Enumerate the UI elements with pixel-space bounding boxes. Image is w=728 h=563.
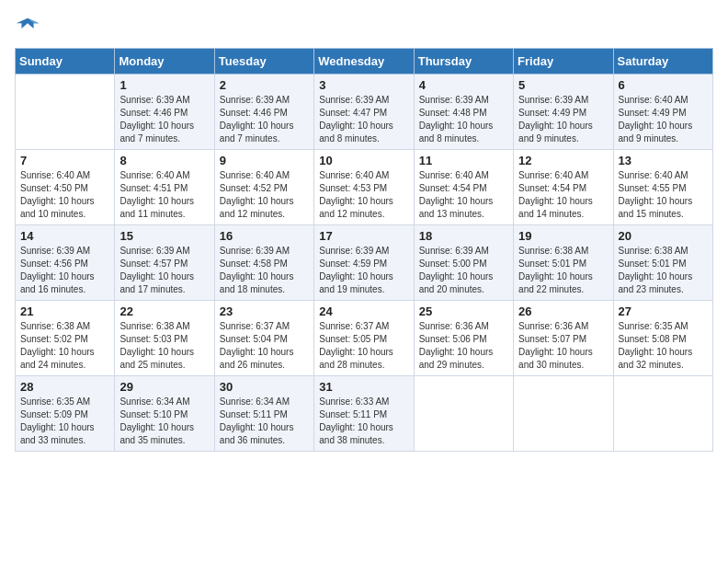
calendar-cell: 27Sunrise: 6:35 AMSunset: 5:08 PMDayligh… xyxy=(613,301,712,376)
day-number: 4 xyxy=(419,78,508,92)
calendar-cell: 29Sunrise: 6:34 AMSunset: 5:10 PMDayligh… xyxy=(115,376,214,452)
day-info: Sunrise: 6:39 AMSunset: 4:47 PMDaylight:… xyxy=(319,94,408,145)
day-info: Sunrise: 6:40 AMSunset: 4:49 PMDaylight:… xyxy=(619,94,708,145)
day-info: Sunrise: 6:40 AMSunset: 4:55 PMDaylight:… xyxy=(619,169,708,221)
day-number: 1 xyxy=(119,78,209,92)
day-number: 10 xyxy=(319,154,408,167)
day-number: 21 xyxy=(20,304,109,318)
calendar-cell: 13Sunrise: 6:40 AMSunset: 4:55 PMDayligh… xyxy=(613,150,712,225)
calendar-cell: 17Sunrise: 6:39 AMSunset: 4:59 PMDayligh… xyxy=(314,225,414,301)
calendar-cell: 30Sunrise: 6:34 AMSunset: 5:11 PMDayligh… xyxy=(214,376,313,452)
day-number: 3 xyxy=(319,78,408,92)
calendar-cell: 2Sunrise: 6:39 AMSunset: 4:46 PMDaylight… xyxy=(214,75,313,150)
logo xyxy=(15,15,42,40)
day-number: 13 xyxy=(619,154,708,167)
week-row-2: 7Sunrise: 6:40 AMSunset: 4:50 PMDaylight… xyxy=(16,150,713,225)
calendar-cell: 23Sunrise: 6:37 AMSunset: 5:04 PMDayligh… xyxy=(214,301,313,376)
day-info: Sunrise: 6:39 AMSunset: 5:00 PMDaylight:… xyxy=(419,245,508,296)
calendar-cell xyxy=(613,376,712,452)
weekday-header-monday: Monday xyxy=(115,49,214,75)
calendar-cell: 11Sunrise: 6:40 AMSunset: 4:54 PMDayligh… xyxy=(414,150,513,225)
calendar-cell: 4Sunrise: 6:39 AMSunset: 4:48 PMDaylight… xyxy=(414,75,513,150)
page-header xyxy=(15,15,713,40)
day-info: Sunrise: 6:37 AMSunset: 5:05 PMDaylight:… xyxy=(319,320,408,372)
day-info: Sunrise: 6:39 AMSunset: 4:48 PMDaylight:… xyxy=(419,94,508,145)
calendar-header: SundayMondayTuesdayWednesdayThursdayFrid… xyxy=(16,49,713,75)
week-row-4: 21Sunrise: 6:38 AMSunset: 5:02 PMDayligh… xyxy=(16,301,713,376)
day-number: 29 xyxy=(119,380,209,394)
day-number: 20 xyxy=(619,229,708,243)
day-number: 19 xyxy=(518,229,608,243)
day-info: Sunrise: 6:39 AMSunset: 4:58 PMDaylight:… xyxy=(220,245,309,296)
calendar-body: 1Sunrise: 6:39 AMSunset: 4:46 PMDaylight… xyxy=(16,75,713,452)
calendar-cell: 8Sunrise: 6:40 AMSunset: 4:51 PMDaylight… xyxy=(115,150,214,225)
svg-marker-0 xyxy=(17,18,39,29)
day-number: 2 xyxy=(220,78,309,92)
calendar-cell: 5Sunrise: 6:39 AMSunset: 4:49 PMDaylight… xyxy=(514,75,613,150)
day-number: 31 xyxy=(319,380,408,394)
calendar-cell xyxy=(514,376,613,452)
day-info: Sunrise: 6:39 AMSunset: 4:46 PMDaylight:… xyxy=(220,94,309,145)
calendar-cell: 22Sunrise: 6:38 AMSunset: 5:03 PMDayligh… xyxy=(115,301,214,376)
weekday-header-thursday: Thursday xyxy=(414,49,513,75)
day-number: 8 xyxy=(119,154,209,167)
calendar-cell: 26Sunrise: 6:36 AMSunset: 5:07 PMDayligh… xyxy=(514,301,613,376)
calendar-cell: 14Sunrise: 6:39 AMSunset: 4:56 PMDayligh… xyxy=(16,225,115,301)
calendar-cell: 15Sunrise: 6:39 AMSunset: 4:57 PMDayligh… xyxy=(115,225,214,301)
day-number: 15 xyxy=(119,229,209,243)
calendar-cell: 6Sunrise: 6:40 AMSunset: 4:49 PMDaylight… xyxy=(613,75,712,150)
calendar-cell: 18Sunrise: 6:39 AMSunset: 5:00 PMDayligh… xyxy=(414,225,513,301)
day-number: 17 xyxy=(319,229,408,243)
day-number: 7 xyxy=(20,154,109,167)
calendar-cell: 25Sunrise: 6:36 AMSunset: 5:06 PMDayligh… xyxy=(414,301,513,376)
day-number: 24 xyxy=(319,304,408,318)
calendar-cell xyxy=(16,75,115,150)
day-info: Sunrise: 6:35 AMSunset: 5:08 PMDaylight:… xyxy=(619,320,708,372)
day-number: 28 xyxy=(20,380,109,394)
day-number: 6 xyxy=(619,78,708,92)
day-info: Sunrise: 6:37 AMSunset: 5:04 PMDaylight:… xyxy=(220,320,309,372)
day-info: Sunrise: 6:38 AMSunset: 5:01 PMDaylight:… xyxy=(518,245,608,296)
day-number: 18 xyxy=(419,229,508,243)
day-info: Sunrise: 6:34 AMSunset: 5:11 PMDaylight:… xyxy=(220,396,309,447)
day-number: 30 xyxy=(220,380,309,394)
calendar-cell: 16Sunrise: 6:39 AMSunset: 4:58 PMDayligh… xyxy=(214,225,313,301)
day-number: 23 xyxy=(220,304,309,318)
day-info: Sunrise: 6:40 AMSunset: 4:51 PMDaylight:… xyxy=(119,169,209,221)
day-info: Sunrise: 6:39 AMSunset: 4:49 PMDaylight:… xyxy=(518,94,608,145)
day-info: Sunrise: 6:38 AMSunset: 5:03 PMDaylight:… xyxy=(119,320,209,372)
day-info: Sunrise: 6:39 AMSunset: 4:57 PMDaylight:… xyxy=(119,245,209,296)
week-row-3: 14Sunrise: 6:39 AMSunset: 4:56 PMDayligh… xyxy=(16,225,713,301)
day-info: Sunrise: 6:39 AMSunset: 4:59 PMDaylight:… xyxy=(319,245,408,296)
calendar-cell: 1Sunrise: 6:39 AMSunset: 4:46 PMDaylight… xyxy=(115,75,214,150)
day-number: 16 xyxy=(220,229,309,243)
calendar-cell: 12Sunrise: 6:40 AMSunset: 4:54 PMDayligh… xyxy=(514,150,613,225)
day-info: Sunrise: 6:40 AMSunset: 4:54 PMDaylight:… xyxy=(518,169,608,221)
calendar-cell: 19Sunrise: 6:38 AMSunset: 5:01 PMDayligh… xyxy=(514,225,613,301)
day-info: Sunrise: 6:39 AMSunset: 4:46 PMDaylight:… xyxy=(119,94,209,145)
day-number: 5 xyxy=(518,78,608,92)
day-number: 11 xyxy=(419,154,508,167)
day-info: Sunrise: 6:33 AMSunset: 5:11 PMDaylight:… xyxy=(319,396,408,447)
day-info: Sunrise: 6:38 AMSunset: 5:02 PMDaylight:… xyxy=(20,320,109,372)
weekday-header-friday: Friday xyxy=(514,49,613,75)
day-info: Sunrise: 6:38 AMSunset: 5:01 PMDaylight:… xyxy=(619,245,708,296)
logo-bird-icon xyxy=(15,15,40,40)
calendar-cell: 31Sunrise: 6:33 AMSunset: 5:11 PMDayligh… xyxy=(314,376,414,452)
calendar-cell xyxy=(414,376,513,452)
day-info: Sunrise: 6:40 AMSunset: 4:52 PMDaylight:… xyxy=(220,169,309,221)
day-number: 27 xyxy=(619,304,708,318)
weekday-header-sunday: Sunday xyxy=(16,49,115,75)
day-info: Sunrise: 6:40 AMSunset: 4:53 PMDaylight:… xyxy=(319,169,408,221)
day-number: 9 xyxy=(220,154,309,167)
calendar-cell: 3Sunrise: 6:39 AMSunset: 4:47 PMDaylight… xyxy=(314,75,414,150)
calendar-cell: 21Sunrise: 6:38 AMSunset: 5:02 PMDayligh… xyxy=(16,301,115,376)
calendar-cell: 24Sunrise: 6:37 AMSunset: 5:05 PMDayligh… xyxy=(314,301,414,376)
day-number: 22 xyxy=(119,304,209,318)
day-number: 25 xyxy=(419,304,508,318)
weekday-header-tuesday: Tuesday xyxy=(214,49,313,75)
day-info: Sunrise: 6:34 AMSunset: 5:10 PMDaylight:… xyxy=(119,396,209,447)
week-row-5: 28Sunrise: 6:35 AMSunset: 5:09 PMDayligh… xyxy=(16,376,713,452)
weekday-header-saturday: Saturday xyxy=(613,49,712,75)
calendar-cell: 28Sunrise: 6:35 AMSunset: 5:09 PMDayligh… xyxy=(16,376,115,452)
